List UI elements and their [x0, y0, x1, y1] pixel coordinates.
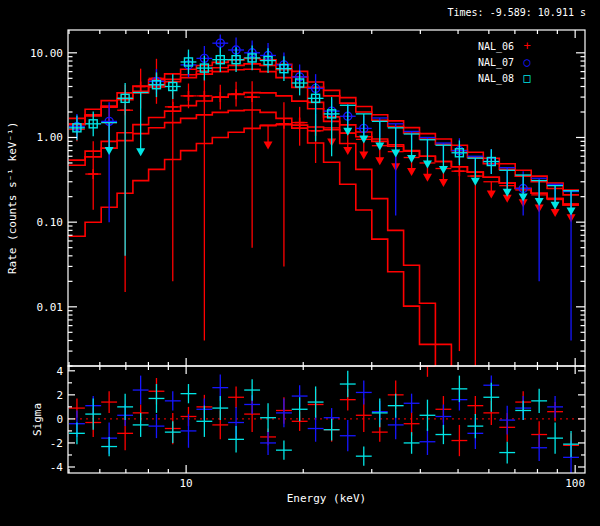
svg-text:2: 2 [56, 389, 63, 402]
legend-item-nal08: NAL_08 □ [478, 70, 536, 86]
svg-text:10.00: 10.00 [30, 47, 63, 60]
svg-text:0: 0 [56, 413, 63, 426]
square-marker-icon: □ [518, 72, 536, 84]
svg-text:-4: -4 [50, 461, 64, 474]
svg-text:4: 4 [56, 365, 63, 378]
legend-item-nal07: NAL_07 ○ [478, 54, 536, 70]
legend: NAL_06 + NAL_07 ○ NAL_08 □ [478, 38, 536, 86]
legend-label: NAL_08 [478, 73, 514, 84]
svg-text:10: 10 [180, 477, 193, 490]
svg-text:0.01: 0.01 [37, 301, 64, 314]
sigma-axis-label: Sigma [30, 366, 44, 473]
svg-text:1.00: 1.00 [37, 131, 64, 144]
spectral-plot-window: 1010010.001.000.100.01420-2-4 Times: -9.… [0, 0, 600, 526]
legend-item-nal06: NAL_06 + [478, 38, 536, 54]
legend-label: NAL_07 [478, 57, 514, 68]
svg-text:-2: -2 [50, 437, 63, 450]
svg-text:100: 100 [565, 477, 585, 490]
energy-axis-label: Energy (keV) [68, 492, 585, 505]
time-interval-label: Times: -9.589: 10.911 s [300, 7, 586, 18]
legend-label: NAL_06 [478, 41, 514, 52]
rate-axis-label: Rate (counts s⁻¹ keV⁻¹) [4, 30, 20, 366]
svg-text:0.10: 0.10 [37, 216, 64, 229]
plus-marker-icon: + [518, 40, 536, 52]
circle-marker-icon: ○ [518, 56, 536, 68]
